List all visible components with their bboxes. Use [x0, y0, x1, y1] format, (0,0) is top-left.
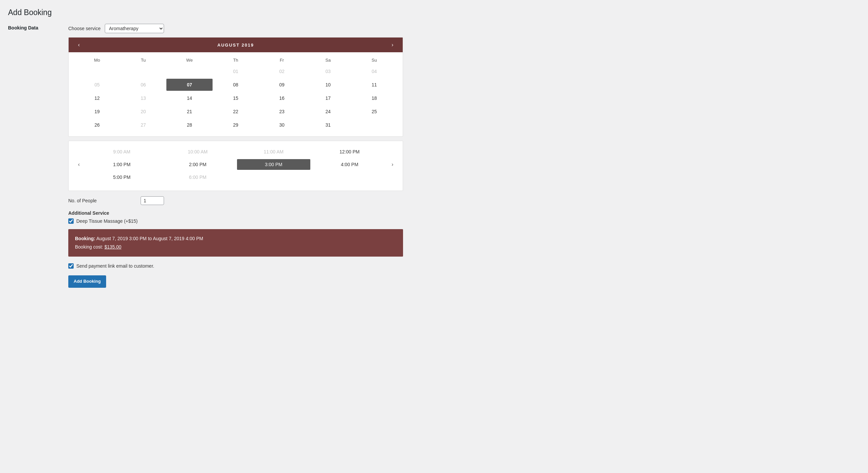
calendar-day-name: Th: [213, 58, 259, 63]
booking-cost-label: Booking cost:: [75, 244, 103, 249]
calendar-cell: 13: [120, 92, 166, 104]
booking-content: Choose service AromatherapyDeep Tissue M…: [68, 24, 403, 288]
people-row: No. of People: [68, 196, 403, 205]
time-grid: 9:00 AM10:00 AM11:00 AM12:00 PM1:00 PM2:…: [85, 146, 386, 183]
calendar-cell[interactable]: 25: [351, 106, 397, 118]
people-label: No. of People: [68, 198, 135, 203]
booking-cost-line: Booking cost: $135.00: [75, 243, 396, 251]
calendar-day-name: Sa: [305, 58, 351, 63]
additional-service-title: Additional Service: [68, 210, 403, 216]
booking-dates-line: Booking: August 7, 2019 3:00 PM to Augus…: [75, 235, 396, 243]
calendar-day-name: Su: [351, 58, 397, 63]
time-slot: 10:00 AM: [161, 146, 234, 157]
calendar-cell[interactable]: 26: [74, 119, 120, 131]
time-slot[interactable]: 5:00 PM: [85, 172, 158, 183]
calendar-day-name: Tu: [120, 58, 166, 63]
calendar-cell: 05: [74, 79, 120, 91]
calendar-container: ‹ AUGUST 2019 › MoTuWeThFrSaSu 010203040…: [68, 37, 403, 137]
time-slot[interactable]: 4:00 PM: [313, 159, 386, 170]
calendar-header: ‹ AUGUST 2019 ›: [69, 37, 403, 52]
time-slot: 9:00 AM: [85, 146, 158, 157]
calendar-cell: 27: [120, 119, 166, 131]
calendar-day-name: Mo: [74, 58, 120, 63]
calendar-cell: 02: [259, 65, 305, 78]
time-slot: 11:00 AM: [237, 146, 310, 157]
calendar-day-name: Fr: [259, 58, 305, 63]
time-slot[interactable]: 3:00 PM: [237, 159, 310, 170]
calendar-cell: 03: [305, 65, 351, 78]
time-nav-row: ‹ 9:00 AM10:00 AM11:00 AM12:00 PM1:00 PM…: [75, 146, 396, 183]
calendar-day-name: We: [166, 58, 213, 63]
time-prev-button[interactable]: ‹: [75, 160, 82, 169]
deep-tissue-checkbox[interactable]: [68, 218, 74, 224]
calendar-cell[interactable]: 18: [351, 92, 397, 104]
booking-label: Booking:: [75, 236, 95, 241]
calendar-cell: 01: [213, 65, 259, 78]
payment-row: Send payment link email to customer.: [68, 263, 403, 269]
calendar-grid: MoTuWeThFrSaSu 0102030405060708091011121…: [69, 52, 403, 136]
calendar-cell[interactable]: 22: [213, 106, 259, 118]
time-slot[interactable]: 12:00 PM: [313, 146, 386, 157]
calendar-cell[interactable]: 21: [166, 106, 213, 118]
calendar-days-header: MoTuWeThFrSaSu: [74, 55, 397, 65]
service-row: Choose service AromatherapyDeep Tissue M…: [68, 24, 403, 33]
time-slot: 6:00 PM: [161, 172, 234, 183]
time-slot[interactable]: 1:00 PM: [85, 159, 158, 170]
calendar-cell[interactable]: 28: [166, 119, 213, 131]
calendar-week: 01020304: [74, 65, 397, 78]
people-input[interactable]: [141, 196, 164, 205]
additional-service-section: Additional Service Deep Tissue Massage (…: [68, 210, 403, 224]
payment-email-checkbox[interactable]: [68, 263, 74, 269]
calendar-cell: [166, 65, 213, 78]
calendar-week: 262728293031: [74, 119, 397, 131]
calendar-cell[interactable]: 11: [351, 79, 397, 91]
calendar-cell[interactable]: 23: [259, 106, 305, 118]
calendar-cell[interactable]: 15: [213, 92, 259, 104]
booking-cost-value[interactable]: $135.00: [104, 244, 122, 249]
calendar-week: 12131415161718: [74, 92, 397, 104]
calendar-cell[interactable]: 31: [305, 119, 351, 131]
calendar-cell[interactable]: 19: [74, 106, 120, 118]
calendar-cell[interactable]: 08: [213, 79, 259, 91]
calendar-cell[interactable]: 16: [259, 92, 305, 104]
calendar-cell: [74, 65, 120, 78]
calendar-cell[interactable]: 24: [305, 106, 351, 118]
calendar-cell[interactable]: 10: [305, 79, 351, 91]
time-next-button[interactable]: ›: [389, 160, 396, 169]
calendar-cell[interactable]: 12: [74, 92, 120, 104]
payment-email-label: Send payment link email to customer.: [76, 263, 154, 269]
calendar-weeks: 0102030405060708091011121314151617181920…: [74, 65, 397, 131]
calendar-cell[interactable]: 17: [305, 92, 351, 104]
page-title: Add Booking: [8, 8, 860, 17]
calendar-cell[interactable]: 14: [166, 92, 213, 104]
calendar-cell[interactable]: 09: [259, 79, 305, 91]
calendar-week: 19202122232425: [74, 106, 397, 118]
calendar-prev-button[interactable]: ‹: [75, 41, 82, 49]
calendar-cell[interactable]: 07: [166, 79, 213, 91]
booking-info-banner: Booking: August 7, 2019 3:00 PM to Augus…: [68, 229, 403, 257]
booking-details: August 7, 2019 3:00 PM to August 7, 2019…: [96, 236, 203, 241]
calendar-week: 05060708091011: [74, 79, 397, 91]
calendar-cell[interactable]: 30: [259, 119, 305, 131]
choose-service-label: Choose service: [68, 26, 101, 31]
calendar-cell: 20: [120, 106, 166, 118]
add-booking-button[interactable]: Add Booking: [68, 275, 106, 288]
deep-tissue-label: Deep Tissue Massage (+$15): [76, 218, 137, 224]
calendar-cell: [120, 65, 166, 78]
calendar-month-title: AUGUST 2019: [217, 42, 254, 48]
calendar-cell: 04: [351, 65, 397, 78]
time-slot[interactable]: 2:00 PM: [161, 159, 234, 170]
calendar-next-button[interactable]: ›: [389, 41, 396, 49]
additional-service-checkbox-row: Deep Tissue Massage (+$15): [68, 218, 403, 224]
calendar-cell[interactable]: 29: [213, 119, 259, 131]
time-picker-container: ‹ 9:00 AM10:00 AM11:00 AM12:00 PM1:00 PM…: [68, 141, 403, 191]
booking-data-label: Booking Data: [8, 24, 62, 30]
calendar-cell: 06: [120, 79, 166, 91]
calendar-cell: [351, 119, 397, 131]
service-select[interactable]: AromatherapyDeep Tissue MassageHot Stone…: [105, 24, 164, 33]
